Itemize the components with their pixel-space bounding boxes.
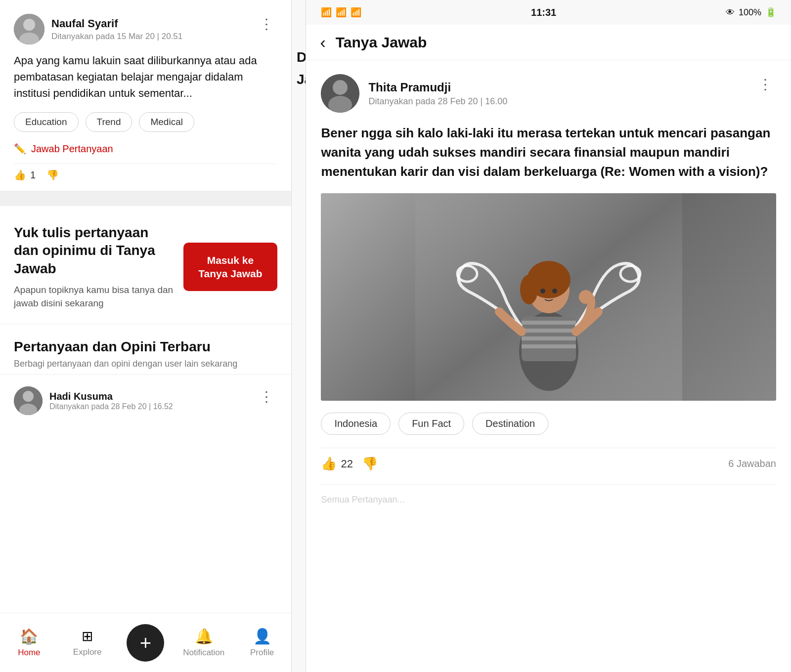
small-post-date: Ditanyakan pada 28 Feb 20 | 16.52	[49, 402, 173, 411]
answer-link[interactable]: ✏️ Jawab Pertanyaan	[14, 143, 277, 155]
right-question-header: Thita Pramudji Ditanyakan pada 28 Feb 20…	[321, 74, 776, 113]
status-bar: 📶 📶 📶 11:31 👁 100% 🔋	[306, 0, 791, 25]
tags-container: Education Trend Medical	[14, 112, 277, 132]
card-header: Naufal Syarif Ditanyakan pada 15 Mar 20 …	[14, 14, 277, 44]
avatar-image	[14, 14, 44, 44]
tag-fun-fact[interactable]: Fun Fact	[398, 413, 464, 435]
tag-medical[interactable]: Medical	[139, 112, 194, 132]
profile-label: Profile	[250, 648, 274, 658]
home-icon: 🏠	[20, 628, 38, 645]
thumbs-up-icon: 👍	[14, 169, 26, 181]
bottom-navigation: 🏠 Home ⊞ Explore + 🔔 Notification 👤 Prof…	[0, 613, 291, 672]
tag-education[interactable]: Education	[14, 112, 79, 132]
small-author-name: Hadi Kusuma	[49, 391, 173, 402]
more-options-icon[interactable]: ⋮	[256, 14, 277, 34]
nav-add[interactable]: +	[117, 624, 175, 662]
svg-point-4	[23, 391, 34, 402]
question-image	[321, 193, 776, 401]
small-question-card: Hadi Kusuma Ditanyakan pada 28 Feb 20 | …	[0, 374, 291, 432]
card-header-left: Naufal Syarif Ditanyakan pada 15 Mar 20 …	[14, 14, 182, 44]
explore-label: Explore	[73, 647, 102, 657]
svg-point-19	[520, 275, 538, 304]
partial-ja-text: Ja	[297, 72, 306, 87]
svg-rect-13	[522, 321, 576, 325]
author-name: Naufal Syarif	[51, 17, 182, 30]
image-background	[321, 193, 776, 401]
answer-link-label: Jawab Pertanyaan	[31, 143, 113, 155]
svg-point-20	[540, 289, 545, 294]
profile-icon: 👤	[253, 628, 271, 645]
right-dislike-button[interactable]: 👎	[362, 456, 378, 471]
avatar	[14, 14, 44, 44]
svg-rect-14	[522, 329, 576, 333]
like-button[interactable]: 👍 1	[14, 169, 36, 181]
content-scroll[interactable]: Thita Pramudji Ditanyakan pada 28 Feb 20…	[306, 60, 791, 672]
status-battery: 👁 100% 🔋	[726, 7, 776, 18]
section-subtext: Berbagi pertanyaan dan opini dengan user…	[14, 359, 277, 369]
nav-notification[interactable]: 🔔 Notification	[175, 628, 233, 658]
bottom-stub: Semua Pertanyaan...	[321, 484, 776, 514]
dislike-button[interactable]: 👎	[46, 169, 59, 181]
right-more-options-icon[interactable]: ⋮	[754, 74, 776, 94]
question-text: Apa yang kamu lakuin saat diliburkannya …	[14, 52, 277, 101]
cta-heading: Yuk tulis pertanyaan dan opinimu di Tany…	[14, 224, 174, 278]
edit-icon: ✏️	[14, 143, 26, 155]
right-avatar	[321, 74, 359, 113]
cta-section: Yuk tulis pertanyaan dan opinimu di Tany…	[0, 206, 291, 324]
right-question-text: Bener ngga sih kalo laki-laki itu merasa…	[321, 124, 776, 181]
answer-count: 6 Jawaban	[728, 458, 776, 469]
small-user-info: Hadi Kusuma Ditanyakan pada 28 Feb 20 | …	[49, 391, 173, 411]
cta-button[interactable]: Masuk keTanya Jawab	[183, 243, 277, 292]
home-label: Home	[18, 648, 40, 658]
nav-explore[interactable]: ⊞ Explore	[58, 628, 117, 657]
svg-point-24	[579, 290, 593, 304]
right-avatar-img	[321, 74, 359, 113]
right-like-count: 22	[341, 458, 352, 470]
wifi-icon: 📶	[336, 7, 347, 18]
left-panel: Naufal Syarif Ditanyakan pada 15 Mar 20 …	[0, 0, 291, 672]
tag-indonesia[interactable]: Indonesia	[321, 413, 391, 435]
section-divider	[0, 191, 291, 206]
eye-icon: 👁	[726, 7, 735, 18]
battery-icon: 🔋	[765, 7, 776, 18]
content-inner: Thita Pramudji Ditanyakan pada 28 Feb 20…	[306, 60, 791, 528]
battery-text: 100%	[739, 7, 761, 18]
woman-illustration	[415, 193, 682, 401]
cta-text: Yuk tulis pertanyaan dan opinimu di Tany…	[14, 224, 174, 310]
right-footer: 👍 22 👎 6 Jawaban	[321, 448, 776, 479]
nav-profile[interactable]: 👤 Profile	[233, 628, 291, 658]
partial-second-panel: D Ja	[291, 0, 306, 672]
svg-rect-16	[522, 344, 576, 348]
add-button[interactable]: +	[127, 624, 164, 662]
post-date: Ditanyakan pada 15 Mar 20 | 20.51	[51, 32, 182, 42]
tag-trend[interactable]: Trend	[86, 112, 132, 132]
notification-label: Notification	[183, 648, 224, 658]
tag-destination[interactable]: Destination	[472, 413, 548, 435]
small-more-options-icon[interactable]: ⋮	[256, 386, 277, 407]
right-like-button[interactable]: 👍 22	[321, 456, 352, 471]
right-votes: 👍 22 👎	[321, 456, 377, 471]
small-avatar	[14, 386, 43, 415]
small-card-header: Hadi Kusuma Ditanyakan pada 28 Feb 20 | …	[14, 386, 277, 415]
user-info: Naufal Syarif Ditanyakan pada 15 Mar 20 …	[51, 17, 182, 42]
right-thumbs-down-icon: 👎	[362, 456, 378, 471]
section-heading: Pertanyaan dan Opini Terbaru	[14, 339, 277, 355]
stub-text: Semua Pertanyaan...	[321, 495, 776, 505]
back-button[interactable]: ‹	[320, 33, 325, 52]
notification-icon: 🔔	[195, 628, 213, 645]
right-tags-container: Indonesia Fun Fact Destination	[321, 413, 776, 435]
card-footer: 👍 1 👎	[14, 164, 277, 181]
question-card: Naufal Syarif Ditanyakan pada 15 Mar 20 …	[0, 0, 291, 191]
signal-icon: 📶	[321, 7, 332, 18]
partial-d-letter: D	[297, 49, 306, 65]
like-count: 1	[30, 169, 36, 181]
nav-home[interactable]: 🏠 Home	[0, 628, 58, 658]
svg-point-7	[333, 80, 348, 95]
status-signal: 📶 📶 📶	[321, 7, 361, 18]
svg-point-21	[552, 289, 557, 294]
right-q-header-left: Thita Pramudji Ditanyakan pada 28 Feb 20…	[321, 74, 507, 113]
right-panel: 📶 📶 📶 11:31 👁 100% 🔋 ‹ Tanya Jawab	[306, 0, 791, 672]
cta-description: Apapun topiknya kamu bisa tanya dan jawa…	[14, 284, 174, 310]
right-thumbs-up-icon: 👍	[321, 456, 337, 471]
svg-rect-15	[522, 336, 576, 340]
